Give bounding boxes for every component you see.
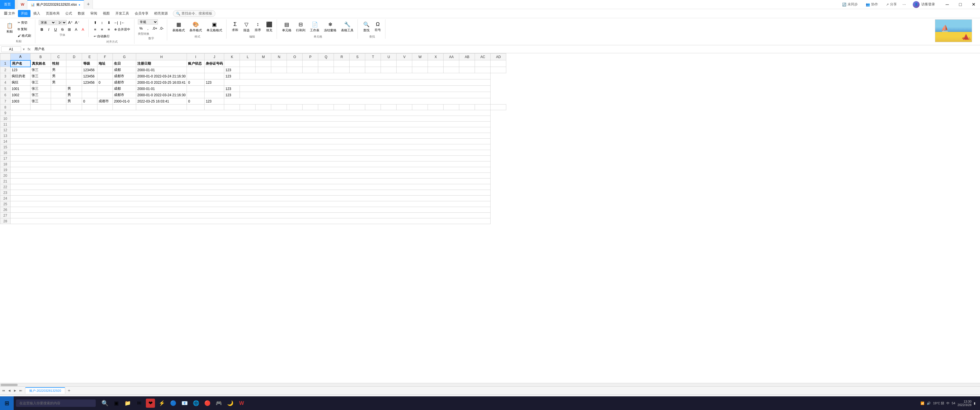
table-format-btn[interactable]: ▦ 表格格式 bbox=[171, 19, 186, 34]
cell-D1[interactable] bbox=[66, 60, 82, 67]
freeze-btn[interactable]: ❄ 冻结窗格 bbox=[322, 19, 338, 34]
cell-U1[interactable] bbox=[381, 60, 396, 67]
percent-btn[interactable]: % bbox=[138, 25, 144, 31]
cell-B1[interactable]: 真实姓名 bbox=[30, 60, 51, 67]
col-header-G[interactable]: G bbox=[113, 54, 136, 60]
cell-C1[interactable]: 性别 bbox=[51, 60, 66, 67]
menu-data[interactable]: 数据 bbox=[75, 10, 88, 17]
taskbar-explorer[interactable]: 📁 bbox=[123, 399, 132, 408]
cell-W2[interactable] bbox=[412, 67, 428, 73]
cell-J5[interactable] bbox=[205, 86, 224, 92]
cell-E3[interactable]: 123456 bbox=[82, 73, 97, 79]
cell-H3[interactable]: 2000-01-0 2022-03-24 21:16:30 bbox=[136, 73, 187, 79]
taskbar-app4[interactable]: 📧 bbox=[180, 399, 189, 408]
align-left-btn[interactable]: ≡ bbox=[92, 26, 98, 32]
align-right-btn[interactable]: ≡ bbox=[106, 26, 112, 32]
cell-I4[interactable]: 0 bbox=[187, 79, 205, 86]
cell-X1[interactable] bbox=[428, 60, 444, 67]
cell-rest3[interactable] bbox=[240, 73, 490, 79]
share-btn[interactable]: ↗ 分享 bbox=[884, 2, 899, 7]
cell-K2[interactable]: 123 bbox=[224, 67, 240, 73]
cell-L1[interactable] bbox=[240, 60, 256, 67]
taskbar-task-view[interactable]: ▣ bbox=[112, 399, 121, 408]
cell-G1[interactable]: 生日 bbox=[113, 60, 136, 67]
cell-A7[interactable]: 1003 bbox=[11, 98, 30, 105]
taskbar-wps[interactable]: W bbox=[237, 399, 246, 408]
cell-F1[interactable]: 地址 bbox=[97, 60, 113, 67]
cell-B7[interactable]: 张三 bbox=[30, 98, 51, 105]
cell-C3[interactable]: 男 bbox=[51, 73, 66, 79]
cell-Q2[interactable] bbox=[318, 67, 334, 73]
taskbar-cortana[interactable]: 🔍 bbox=[100, 399, 110, 408]
cell-AC1[interactable] bbox=[475, 60, 490, 67]
cell-H4[interactable]: 2000-01-0 2022-03-25 16:03:41 bbox=[136, 79, 187, 86]
cell-P2[interactable] bbox=[302, 67, 318, 73]
tab-nav-prev[interactable]: ◀ bbox=[7, 388, 12, 393]
cell-G7[interactable]: 2000-01-0 bbox=[113, 98, 136, 105]
menu-vip[interactable]: 会员专享 bbox=[132, 10, 151, 17]
col-header-A[interactable]: A bbox=[11, 54, 30, 60]
col-header-X[interactable]: X bbox=[428, 54, 444, 60]
cell-O1[interactable] bbox=[287, 60, 302, 67]
taskbar-chrome[interactable]: 🌐 bbox=[191, 399, 200, 408]
menu-file[interactable]: ☰ 文件 bbox=[1, 10, 18, 17]
format-painter-btn[interactable]: 🖌 格式刷 bbox=[16, 32, 33, 39]
align-bottom-btn[interactable]: ⬇ bbox=[106, 19, 112, 25]
tab-filename[interactable]: 📊 账户20220328132920.xlsx ● bbox=[27, 0, 84, 9]
col-header-R[interactable]: R bbox=[334, 54, 350, 60]
col-header-W[interactable]: W bbox=[412, 54, 428, 60]
cell-AB1[interactable] bbox=[459, 60, 475, 67]
taskbar-search[interactable] bbox=[16, 399, 96, 407]
col-header-N[interactable]: N bbox=[271, 54, 287, 60]
cell-ops-btn[interactable]: ▤ 单元格 bbox=[280, 19, 293, 34]
thousand-btn[interactable]: , bbox=[145, 25, 151, 31]
col-header-B[interactable]: B bbox=[30, 54, 51, 60]
cell-H1[interactable]: 注册日期 bbox=[136, 60, 187, 67]
cell-N1[interactable] bbox=[271, 60, 287, 67]
cell-F6[interactable] bbox=[97, 92, 113, 98]
sort-btn[interactable]: ↕ 排序 bbox=[253, 19, 263, 34]
col-header-L[interactable]: L bbox=[240, 54, 256, 60]
cell-D6[interactable]: 男 bbox=[66, 92, 82, 98]
cell-Q1[interactable] bbox=[318, 60, 334, 67]
tab-nav-last[interactable]: ⏭ bbox=[18, 388, 23, 393]
cell-H5[interactable]: 2000-01-01 bbox=[136, 86, 187, 92]
tab-nav-first[interactable]: ⏮ bbox=[1, 388, 6, 393]
col-header-H[interactable]: H bbox=[136, 54, 187, 60]
cell-AB2[interactable] bbox=[459, 67, 475, 73]
col-header-O[interactable]: O bbox=[287, 54, 302, 60]
col-header-M[interactable]: M bbox=[256, 54, 271, 60]
taskbar-app6[interactable]: 🎮 bbox=[214, 399, 223, 408]
cell-F5[interactable] bbox=[97, 86, 113, 92]
border-btn[interactable]: ⊞ bbox=[66, 26, 72, 32]
cell-rest6[interactable] bbox=[240, 92, 490, 98]
indent-inc-btn[interactable]: →| bbox=[113, 19, 119, 25]
tab-add[interactable]: + bbox=[84, 0, 93, 9]
find-btn[interactable]: 🔍 查找 bbox=[361, 19, 371, 34]
cell-C7[interactable] bbox=[51, 98, 66, 105]
cell-AC2[interactable] bbox=[475, 67, 490, 73]
close-btn[interactable]: ✕ bbox=[967, 0, 980, 9]
cell-rest7[interactable] bbox=[224, 98, 490, 105]
cell-X2[interactable] bbox=[428, 67, 444, 73]
col-header-J[interactable]: J bbox=[205, 54, 224, 60]
cell-D3[interactable] bbox=[66, 73, 82, 79]
indent-dec-btn[interactable]: |← bbox=[119, 19, 126, 25]
cell-B5[interactable]: 张三 bbox=[30, 86, 51, 92]
cell-AD1[interactable] bbox=[490, 60, 506, 67]
cell-J6[interactable] bbox=[205, 92, 224, 98]
cell-A1[interactable]: 用户名 bbox=[11, 60, 30, 67]
cell-G6[interactable]: 成都市 bbox=[113, 92, 136, 98]
cell-K1[interactable] bbox=[224, 60, 240, 67]
align-top-btn[interactable]: ⬆ bbox=[92, 19, 98, 25]
row-col-btn[interactable]: ⊟ 行和列 bbox=[294, 19, 307, 34]
cell-I5[interactable] bbox=[187, 86, 205, 92]
cell-B2[interactable]: 张三 bbox=[30, 67, 51, 73]
col-header-AC[interactable]: AC bbox=[475, 54, 490, 60]
cell-C4[interactable]: 男 bbox=[51, 79, 66, 86]
font-color-btn[interactable]: A bbox=[80, 26, 86, 32]
cell-format-btn[interactable]: ▣ 单元格格式 bbox=[205, 19, 224, 34]
cell-AD2[interactable] bbox=[490, 67, 506, 73]
sync-btn[interactable]: 🔄 未同步 bbox=[840, 2, 860, 7]
cell-O2[interactable] bbox=[287, 67, 302, 73]
